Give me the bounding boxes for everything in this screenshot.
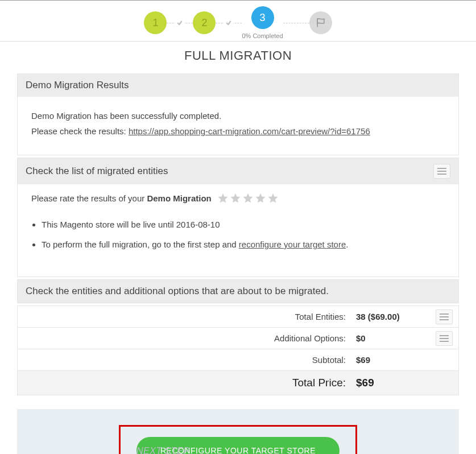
- flag-icon: [315, 17, 326, 28]
- reconfigure-link[interactable]: reconfigure your target store: [239, 240, 346, 249]
- toggle-options-detail-button[interactable]: [436, 331, 453, 346]
- total-entities-value: 38 ($69.00): [356, 306, 430, 327]
- additional-options-label: Additional Options:: [18, 328, 356, 349]
- star-icon[interactable]: [242, 192, 254, 204]
- rating-stars[interactable]: [217, 192, 279, 204]
- totals-table: Total Entities: 38 ($69.00) Additional O…: [17, 306, 459, 395]
- star-icon[interactable]: [255, 192, 266, 204]
- demo-success-text: Demo Migration has been successfully com…: [31, 108, 445, 123]
- options-check-heading: Check the entities and additional option…: [18, 280, 458, 303]
- step-finish[interactable]: [309, 11, 332, 34]
- rate-prefix: Please rate the results of your: [31, 193, 147, 203]
- bullet2-prefix: To perform the full migration, go to the…: [42, 240, 239, 249]
- step-2[interactable]: 2: [193, 11, 216, 34]
- toggle-entities-button[interactable]: [433, 164, 450, 179]
- entities-check-heading: Check the list of migrated entities: [26, 166, 168, 177]
- total-price-label: Total Price:: [18, 371, 356, 395]
- page-title: FULL MIGRATION: [0, 48, 476, 63]
- star-icon[interactable]: [230, 192, 241, 204]
- subtotal-label: Subtotal:: [18, 349, 356, 370]
- footer-bar: NEXT STEP RECONFIGURE YOUR TARGET STORE: [17, 409, 459, 454]
- entities-check-panel: Check the list of migrated entities Plea…: [17, 158, 459, 277]
- demo-results-panel: Demo Migration Results Demo Migration ha…: [17, 73, 459, 155]
- list-item: To perform the full migration, go to the…: [42, 240, 434, 249]
- progress-stepper: 1 2 3 0% Completed: [0, 1, 476, 42]
- total-entities-label: Total Entities:: [18, 306, 356, 327]
- rate-strong: Demo Migration: [147, 193, 211, 203]
- options-check-panel: Check the entities and additional option…: [17, 279, 459, 303]
- step-1[interactable]: 1: [144, 11, 167, 34]
- total-price-value: $69: [356, 371, 430, 395]
- bullet2-suffix: .: [346, 240, 348, 249]
- preview-link[interactable]: https://app.shopping-cart-migration.com/…: [129, 126, 370, 136]
- star-icon[interactable]: [217, 192, 229, 204]
- demo-results-heading: Demo Migration Results: [18, 74, 458, 97]
- step-3[interactable]: 3: [251, 6, 274, 29]
- check-results-prefix: Please check the results:: [31, 126, 129, 136]
- subtotal-value: $69: [356, 349, 430, 370]
- list-item: This Magento store will be live until 20…: [42, 220, 434, 229]
- toggle-entities-detail-button[interactable]: [436, 309, 453, 324]
- additional-options-value: $0: [356, 328, 430, 349]
- next-step-label: NEXT STEP: [136, 446, 189, 454]
- step-3-caption: 0% Completed: [242, 32, 283, 39]
- check-icon: [175, 19, 184, 26]
- check-icon: [224, 19, 233, 26]
- star-icon[interactable]: [267, 192, 279, 204]
